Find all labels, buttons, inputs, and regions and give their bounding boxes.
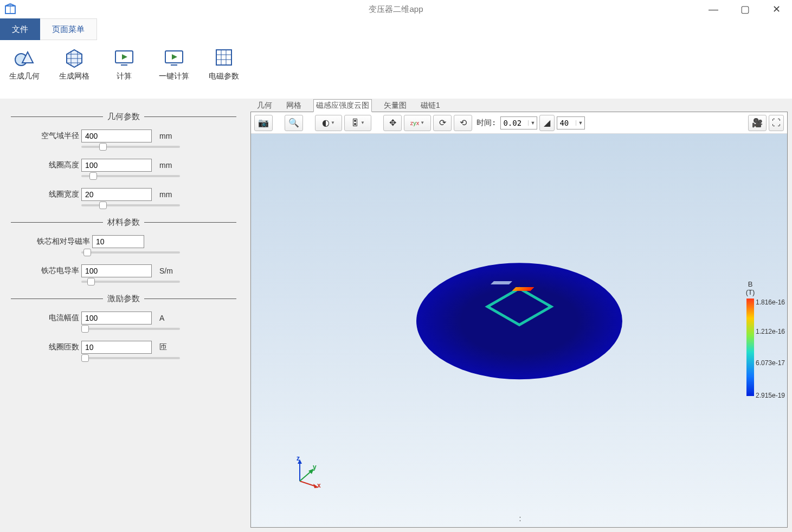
simulation-bar-2 bbox=[512, 287, 534, 291]
svg-rect-12 bbox=[216, 50, 231, 65]
section-geometry: 几何参数 bbox=[11, 112, 236, 122]
param-air-radius: 空气域半径 mm bbox=[11, 129, 236, 142]
svg-line-19 bbox=[300, 481, 316, 486]
param-iron-permeability: 铁芯相对导磁率 bbox=[11, 235, 236, 248]
param-coil-width: 线圈宽度 mm bbox=[11, 188, 236, 201]
angle-select[interactable]: ▼ bbox=[557, 116, 585, 129]
input-air-radius[interactable] bbox=[81, 129, 152, 142]
geometry-icon bbox=[14, 47, 35, 68]
viewer-tabs: 几何 网格 磁感应强度云图 矢量图 磁链1 bbox=[250, 99, 788, 112]
rotate-cw-button[interactable]: ⟳ bbox=[433, 115, 452, 131]
param-iron-conductivity: 铁芯电导率 S/m bbox=[11, 264, 236, 277]
menu-bar: 文件 页面菜单 bbox=[0, 18, 792, 40]
zoom-button[interactable]: 🔍 bbox=[285, 115, 303, 131]
cube-icon: 🎛 bbox=[351, 118, 359, 128]
axis-orient-button[interactable]: zyx▼ bbox=[404, 115, 431, 131]
view-tab-mesh[interactable]: 网格 bbox=[284, 100, 304, 112]
ribbon-toolbar: 生成几何 生成网格 计算 一键计算 电磁参数 bbox=[0, 40, 792, 99]
magnifier-icon: 🔍 bbox=[288, 118, 299, 128]
input-coil-height[interactable] bbox=[81, 159, 152, 172]
minimize-button[interactable]: — bbox=[698, 0, 729, 18]
time-label: 时间: bbox=[477, 118, 496, 128]
svg-line-21 bbox=[300, 471, 312, 481]
view-tab-vector[interactable]: 矢量图 bbox=[382, 100, 409, 112]
ribbon-label: 生成几何 bbox=[9, 72, 40, 81]
view-tab-geometry[interactable]: 几何 bbox=[255, 100, 274, 112]
view-tab-flux1[interactable]: 磁链1 bbox=[418, 100, 442, 112]
ribbon-one-click-compute[interactable]: 一键计算 bbox=[154, 43, 194, 81]
color-cube-button[interactable]: 🎛▼ bbox=[344, 115, 371, 131]
expand-icon: ⛶ bbox=[772, 118, 781, 128]
title-bar: 变压器二维app — ▢ ✕ bbox=[0, 0, 792, 18]
video-icon: 🎥 bbox=[752, 118, 763, 128]
camera-icon: 📷 bbox=[258, 118, 269, 128]
ribbon-label: 电磁参数 bbox=[209, 72, 239, 81]
input-coil-width[interactable] bbox=[81, 188, 152, 201]
graphics-canvas[interactable]: z y x B (T) 1.816e-16 1.212e-16 6.073e-1… bbox=[251, 134, 787, 527]
record-button[interactable]: 🎥 bbox=[748, 115, 767, 131]
rotate-ccw-button[interactable]: ⟲ bbox=[454, 115, 472, 131]
section-material: 材料参数 bbox=[11, 217, 236, 228]
input-iron-conductivity[interactable] bbox=[81, 264, 152, 277]
slider-coil-turns[interactable] bbox=[81, 357, 180, 359]
close-button[interactable]: ✕ bbox=[761, 0, 792, 18]
axis-icon: zyx bbox=[410, 120, 420, 126]
app-title: 变压器二维app bbox=[369, 4, 423, 15]
ribbon-label: 生成网格 bbox=[59, 72, 89, 81]
slider-coil-height[interactable] bbox=[81, 175, 180, 177]
ribbon-em-parameters[interactable]: 电磁参数 bbox=[204, 43, 244, 81]
svg-marker-10 bbox=[172, 54, 177, 60]
rotate-cw-icon: ⟳ bbox=[439, 118, 446, 128]
compute-icon bbox=[113, 47, 135, 68]
slider-current-amplitude[interactable] bbox=[81, 328, 180, 330]
input-current-amplitude[interactable] bbox=[81, 312, 152, 325]
input-iron-permeability[interactable] bbox=[92, 235, 144, 248]
angle-icon: ◢ bbox=[544, 118, 550, 128]
simulation-bar-1 bbox=[491, 281, 512, 284]
move-icon: ✥ bbox=[389, 118, 396, 128]
legend-bar bbox=[746, 299, 754, 396]
ribbon-generate-geometry[interactable]: 生成几何 bbox=[4, 43, 44, 81]
rotate-ccw-icon: ⟲ bbox=[460, 118, 467, 128]
transparency-button[interactable]: ◐▼ bbox=[315, 115, 342, 131]
pan-button[interactable]: ✥ bbox=[383, 115, 402, 131]
slider-iron-permeability[interactable] bbox=[81, 251, 180, 254]
fullscreen-button[interactable]: ⛶ bbox=[769, 115, 784, 131]
param-coil-turns: 线圈匝数 匝 bbox=[11, 341, 236, 354]
param-coil-height: 线圈高度 mm bbox=[11, 159, 236, 172]
ribbon-label: 计算 bbox=[117, 72, 132, 81]
ribbon-compute[interactable]: 计算 bbox=[104, 43, 144, 81]
slider-iron-conductivity[interactable] bbox=[81, 281, 180, 283]
maximize-button[interactable]: ▢ bbox=[729, 0, 761, 18]
em-params-icon bbox=[213, 47, 235, 68]
menu-tab-page[interactable]: 页面菜单 bbox=[40, 18, 97, 40]
viewer-pane: 几何 网格 磁感应强度云图 矢量图 磁链1 📷 🔍 ◐▼ 🎛▼ ✥ zyx▼ ⟳… bbox=[250, 99, 792, 532]
color-legend: B (T) 1.816e-16 1.212e-16 6.073e-17 2.91… bbox=[729, 280, 772, 396]
view-tab-b-cloud[interactable]: 磁感应强度云图 bbox=[313, 99, 372, 112]
ribbon-label: 一键计算 bbox=[159, 72, 189, 81]
time-select[interactable]: ▼ bbox=[500, 116, 537, 129]
parameter-sidebar: 几何参数 空气域半径 mm 线圈高度 mm 线圈宽度 mm 材料参数 铁芯相对导… bbox=[0, 99, 250, 532]
slider-air-radius[interactable] bbox=[81, 146, 180, 148]
menu-tab-file[interactable]: 文件 bbox=[0, 18, 40, 40]
snapshot-button[interactable]: 📷 bbox=[254, 115, 273, 131]
status-colon: : bbox=[519, 514, 521, 523]
input-coil-turns[interactable] bbox=[81, 341, 152, 354]
mesh-icon bbox=[63, 47, 85, 68]
param-current-amplitude: 电流幅值 A bbox=[11, 312, 236, 325]
section-excitation: 激励参数 bbox=[11, 294, 236, 304]
viewer-toolbar: 📷 🔍 ◐▼ 🎛▼ ✥ zyx▼ ⟳ ⟲ 时间: ▼ ◢ ▼ 🎥 ⛶ bbox=[251, 112, 787, 134]
one-click-icon bbox=[163, 47, 185, 68]
ribbon-generate-mesh[interactable]: 生成网格 bbox=[54, 43, 94, 81]
svg-marker-7 bbox=[122, 54, 127, 60]
angle-icon-button[interactable]: ◢ bbox=[539, 115, 555, 131]
slider-coil-width[interactable] bbox=[81, 204, 180, 206]
app-logo-icon bbox=[2, 1, 18, 17]
axis-triad: z y x bbox=[289, 457, 321, 489]
cylinder-icon: ◐ bbox=[322, 118, 330, 128]
